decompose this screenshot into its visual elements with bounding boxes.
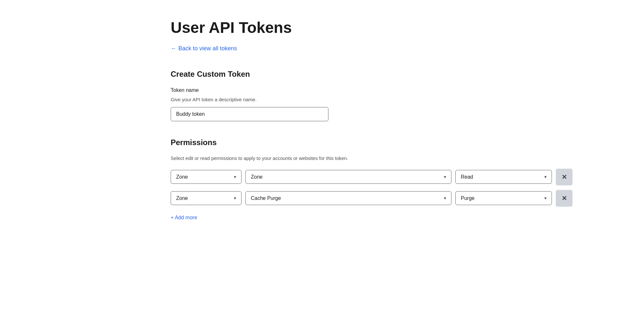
create-section-title: Create Custom Token — [171, 68, 473, 80]
permission-select-1[interactable]: Read Edit Purge — [455, 170, 552, 184]
remove-row-1-button[interactable]: ✕ — [556, 169, 573, 185]
token-name-hint: Give your API token a descriptive name. — [171, 96, 473, 104]
resource-select-wrapper-2: Zone Cache Purge DNS SSL and Certificate… — [245, 191, 451, 205]
resource-select-2[interactable]: Zone Cache Purge DNS SSL and Certificate… — [245, 191, 451, 205]
permissions-hint: Select edit or read permissions to apply… — [171, 155, 473, 162]
add-more-link[interactable]: + Add more — [171, 214, 197, 222]
page-title: User API Tokens — [171, 19, 473, 36]
token-name-label: Token name — [171, 86, 473, 94]
back-link[interactable]: ← Back to view all tokens — [171, 44, 237, 53]
permission-select-wrapper-2: Read Edit Purge ▼ — [455, 191, 552, 205]
back-arrow-icon: ← — [171, 44, 176, 53]
back-link-label: Back to view all tokens — [178, 44, 237, 53]
type-select-2[interactable]: Zone Account User — [171, 191, 242, 205]
resource-select-wrapper-1: Zone Cache Purge DNS SSL and Certificate… — [245, 170, 451, 184]
permissions-title: Permissions — [171, 137, 473, 148]
add-more-label: + Add more — [171, 214, 197, 222]
permission-select-wrapper-1: Read Edit Purge ▼ — [455, 170, 552, 184]
type-select-1[interactable]: Zone Account User — [171, 170, 242, 184]
type-select-wrapper-1: Zone Account User ▼ — [171, 170, 242, 184]
resource-select-1[interactable]: Zone Cache Purge DNS SSL and Certificate… — [245, 170, 451, 184]
remove-row-2-button[interactable]: ✕ — [556, 190, 573, 207]
token-name-section: Create Custom Token Token name Give your… — [171, 68, 473, 122]
permissions-section: Permissions Select edit or read permissi… — [171, 137, 473, 222]
permission-row-1: Zone Account User ▼ Zone Cache Purge DNS… — [171, 169, 473, 185]
page-container: User API Tokens ← Back to view all token… — [145, 0, 499, 241]
token-name-input[interactable] — [171, 107, 328, 121]
permission-select-2[interactable]: Read Edit Purge — [455, 191, 552, 205]
type-select-wrapper-2: Zone Account User ▼ — [171, 191, 242, 205]
permission-row-2: Zone Account User ▼ Zone Cache Purge DNS… — [171, 190, 473, 207]
